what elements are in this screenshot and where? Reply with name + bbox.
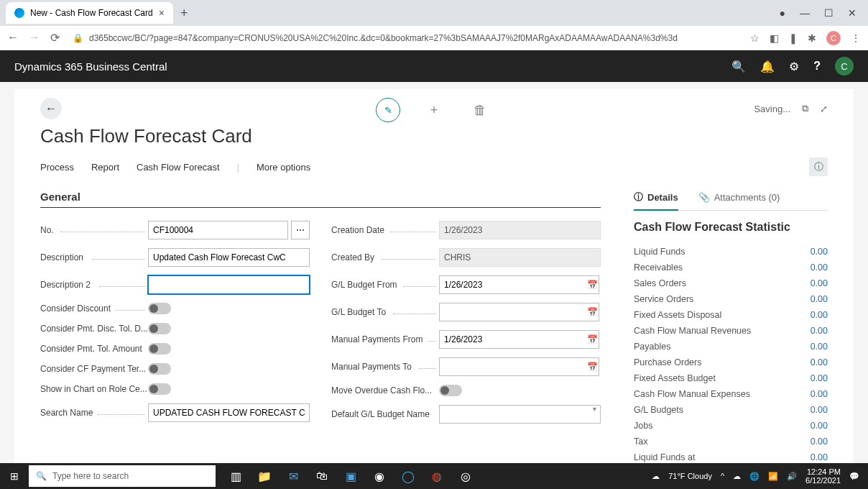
status-saving: Saving...: [754, 104, 790, 114]
store-icon[interactable]: 🛍: [309, 463, 335, 489]
tray-chevron-icon[interactable]: ^: [721, 472, 724, 480]
input-description[interactable]: [148, 248, 310, 267]
stat-row[interactable]: Purchase Orders0.00: [634, 355, 828, 370]
bell-icon[interactable]: 🔔: [760, 60, 775, 73]
stat-row[interactable]: G/L Budgets0.00: [634, 402, 828, 418]
stat-row[interactable]: Liquid Funds0.00: [634, 244, 828, 260]
stat-row[interactable]: Payables0.00: [634, 339, 828, 355]
stat-row[interactable]: Tax0.00: [634, 434, 828, 449]
menu-cash-flow-forecast[interactable]: Cash Flow Forecast: [137, 162, 220, 173]
label-created-by: Created By: [331, 252, 439, 262]
stat-row[interactable]: Jobs0.00: [634, 418, 828, 434]
stat-row[interactable]: Cash Flow Manual Expenses0.00: [634, 386, 828, 402]
app-icon[interactable]: ◎: [453, 463, 479, 489]
tab-attachments[interactable]: 📎 Attachments (0): [698, 192, 780, 209]
weather-text[interactable]: 71°F Cloudy: [668, 472, 712, 480]
input-gl-from[interactable]: [439, 275, 599, 294]
label-default-budget: Default G/L Budget Name: [331, 409, 439, 419]
search-icon[interactable]: 🔍: [731, 60, 746, 73]
info-button[interactable]: ⓘ: [809, 157, 828, 176]
back-button[interactable]: ←: [40, 98, 62, 119]
onedrive-icon[interactable]: ☁: [733, 472, 741, 481]
tab-details[interactable]: ⓘ Details: [634, 191, 678, 211]
toggle-consider-discount[interactable]: [148, 303, 171, 314]
toggle-show-chart[interactable]: [148, 383, 171, 395]
user-avatar[interactable]: C: [835, 57, 854, 76]
stat-label: Liquid Funds: [634, 247, 685, 257]
chrome-icon[interactable]: ◉: [366, 463, 392, 489]
popout-icon[interactable]: ⧉: [802, 103, 808, 114]
menu-more-options[interactable]: More options: [257, 162, 310, 173]
input-gl-to[interactable]: [439, 303, 599, 321]
toggle-consider-pmt-tol[interactable]: [148, 343, 171, 355]
help-icon[interactable]: ?: [813, 60, 821, 73]
input-description2[interactable]: [148, 275, 310, 294]
stat-row[interactable]: Sales Orders0.00: [634, 275, 828, 291]
extension-2-icon[interactable]: ❚: [789, 32, 798, 44]
stat-row[interactable]: Service Orders0.00: [634, 291, 828, 307]
wifi-icon[interactable]: 📶: [768, 472, 778, 481]
edit-button[interactable]: ✎: [376, 98, 400, 122]
volume-icon[interactable]: 🔊: [787, 472, 797, 481]
extensions-icon[interactable]: ✱: [808, 32, 816, 44]
stat-label: Jobs: [634, 421, 652, 431]
label-gl-to: G/L Budget To: [331, 307, 439, 317]
input-default-budget[interactable]: [439, 405, 601, 424]
input-created-by: [439, 248, 601, 267]
file-explorer-icon[interactable]: 📁: [251, 463, 277, 489]
profile-avatar-icon[interactable]: C: [826, 31, 841, 45]
collapse-icon[interactable]: ⤢: [820, 104, 828, 114]
label-creation-date: Creation Date: [331, 225, 439, 235]
maximize-icon[interactable]: ☐: [824, 7, 834, 19]
input-manual-to[interactable]: [439, 357, 599, 376]
edge-icon[interactable]: ◯: [395, 463, 421, 489]
toggle-move-overdue[interactable]: [439, 385, 462, 396]
stat-row[interactable]: Receivables0.00: [634, 260, 828, 275]
notifications-icon[interactable]: 💬: [849, 472, 859, 481]
stat-row[interactable]: Cash Flow Manual Revenues0.00: [634, 323, 828, 339]
label-manual-to: Manual Payments To: [331, 362, 439, 372]
back-arrow-icon[interactable]: ←: [7, 31, 19, 45]
forward-arrow-icon[interactable]: →: [29, 31, 40, 45]
toggle-consider-cf[interactable]: [148, 363, 171, 375]
network-icon[interactable]: 🌐: [749, 472, 760, 481]
stat-row[interactable]: Fixed Assets Disposal0.00: [634, 307, 828, 323]
stat-value: 0.00: [811, 326, 828, 336]
attachment-icon: 📎: [698, 192, 710, 203]
account-dot-icon[interactable]: ●: [780, 7, 785, 19]
star-icon[interactable]: ☆: [750, 32, 760, 44]
stat-value: 0.00: [811, 278, 828, 288]
gear-icon[interactable]: ⚙: [789, 60, 799, 73]
delete-button[interactable]: 🗑: [468, 98, 492, 122]
input-search-name[interactable]: [148, 403, 310, 422]
extension-1-icon[interactable]: ◧: [770, 32, 779, 44]
browser-menu-icon[interactable]: ⋮: [851, 32, 861, 44]
url-bar[interactable]: 🔒 d365bccwc/BC/?page=847&company=CRONUS%…: [68, 33, 742, 43]
start-button[interactable]: ⊞: [0, 463, 29, 489]
stat-value: 0.00: [811, 373, 828, 383]
lookup-no-button[interactable]: ⋯: [291, 221, 310, 239]
terminal-icon[interactable]: ▣: [338, 463, 364, 489]
task-view-icon[interactable]: ▥: [223, 463, 249, 489]
weather-icon[interactable]: ☁: [652, 472, 660, 481]
new-button[interactable]: +: [422, 98, 446, 122]
section-general: General: [40, 191, 601, 208]
taskbar-search[interactable]: 🔍 Type here to search: [29, 465, 216, 487]
browser-tab[interactable]: New - Cash Flow Forecast Card ×: [6, 2, 173, 24]
input-no[interactable]: [148, 221, 288, 239]
stat-row[interactable]: Fixed Assets Budget0.00: [634, 370, 828, 386]
new-tab-button[interactable]: +: [173, 6, 195, 21]
powerpoint-icon[interactable]: ◍: [424, 463, 450, 489]
reload-icon[interactable]: ⟳: [50, 31, 60, 45]
toggle-consider-pmt-disc[interactable]: [148, 323, 171, 334]
input-manual-from[interactable]: [439, 330, 599, 349]
menu-report[interactable]: Report: [91, 162, 119, 173]
tab-close-icon[interactable]: ×: [159, 7, 165, 19]
tray-clock[interactable]: 12:24 PM 6/12/2021: [805, 467, 841, 485]
label-manual-from: Manual Payments From: [331, 334, 439, 344]
minimize-icon[interactable]: —: [800, 7, 810, 19]
menu-process[interactable]: Process: [40, 162, 74, 173]
close-window-icon[interactable]: ✕: [848, 7, 857, 19]
stat-value: 0.00: [811, 357, 828, 367]
mail-icon[interactable]: ✉: [280, 463, 306, 489]
